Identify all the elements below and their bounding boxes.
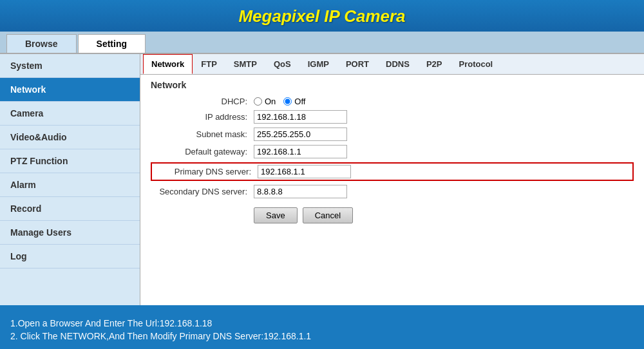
subnet-value <box>254 127 347 141</box>
sub-tab-ftp[interactable]: FTP <box>193 54 225 74</box>
gateway-input[interactable] <box>254 145 347 158</box>
sidebar-item-manageusers[interactable]: Manage Users <box>0 221 140 245</box>
secondary-dns-row: Secondary DNS server: <box>151 185 634 198</box>
content-area: Network FTP SMTP QoS IGMP PORT DDNS P2P … <box>140 54 644 305</box>
subnet-row: Subnet mask: <box>151 127 634 141</box>
footer-line-1: 1.Open a Browser And Enter The Url:192.1… <box>10 318 634 328</box>
gateway-value <box>254 145 347 158</box>
gateway-label: Default gateway: <box>151 147 254 156</box>
sub-tab-ddns[interactable]: DDNS <box>377 54 418 74</box>
dhcp-on-label: On <box>265 97 276 106</box>
primary-dns-label: Primary DNS server: <box>155 167 258 176</box>
dhcp-off-option[interactable]: Off <box>283 97 305 106</box>
sub-tab-network[interactable]: Network <box>143 54 193 74</box>
secondary-dns-input[interactable] <box>254 185 347 198</box>
dhcp-row: DHCP: On Off <box>151 97 634 106</box>
page-title: Megapixel IP Camera <box>0 6 644 26</box>
sub-tab-p2p[interactable]: P2P <box>418 54 451 74</box>
sub-tab-qos[interactable]: QoS <box>265 54 299 74</box>
dhcp-off-label: Off <box>294 97 305 106</box>
tab-browse[interactable]: Browse <box>6 34 77 53</box>
section-title: Network <box>151 80 634 90</box>
sidebar: System Network Camera Video&Audio PTZ Fu… <box>0 54 140 305</box>
footer-line-2: 2. Click The NETWORK,And Then Modify Pri… <box>10 331 634 341</box>
ip-label: IP address: <box>151 112 254 122</box>
cancel-button[interactable]: Cancel <box>303 207 353 223</box>
content-inner: Network DHCP: On Off IP address: <box>140 75 644 229</box>
sidebar-item-alarm[interactable]: Alarm <box>0 173 140 197</box>
sub-tab-bar: Network FTP SMTP QoS IGMP PORT DDNS P2P … <box>140 54 644 75</box>
dhcp-options: On Off <box>254 97 305 106</box>
sidebar-item-camera[interactable]: Camera <box>0 102 140 126</box>
ip-row: IP address: <box>151 110 634 124</box>
sub-tab-smtp[interactable]: SMTP <box>225 54 265 74</box>
sidebar-item-record[interactable]: Record <box>0 197 140 221</box>
ip-input[interactable] <box>254 110 347 124</box>
sidebar-item-videoaudio[interactable]: Video&Audio <box>0 126 140 149</box>
dhcp-on-option[interactable]: On <box>254 97 276 106</box>
sub-tab-port[interactable]: PORT <box>337 54 377 74</box>
sidebar-item-system[interactable]: System <box>0 54 140 78</box>
sidebar-item-ptz[interactable]: PTZ Function <box>0 149 140 173</box>
primary-dns-row: Primary DNS server: <box>151 162 634 181</box>
primary-dns-value <box>258 165 351 178</box>
secondary-dns-value <box>254 185 347 198</box>
subnet-input[interactable] <box>254 127 347 141</box>
sidebar-item-network[interactable]: Network <box>0 78 140 102</box>
sub-tab-protocol[interactable]: Protocol <box>451 54 502 74</box>
subnet-label: Subnet mask: <box>151 129 254 139</box>
tab-setting[interactable]: Setting <box>78 34 146 53</box>
page-header: Megapixel IP Camera <box>0 0 644 32</box>
sub-tab-igmp[interactable]: IGMP <box>299 54 337 74</box>
main-layout: System Network Camera Video&Audio PTZ Fu… <box>0 54 644 305</box>
secondary-dns-label: Secondary DNS server: <box>151 187 254 196</box>
dhcp-off-radio[interactable] <box>283 97 292 106</box>
main-tab-bar: Browse Setting <box>0 32 644 54</box>
footer: 1.Open a Browser And Enter The Url:192.1… <box>0 305 644 349</box>
button-row: Save Cancel <box>151 207 634 223</box>
primary-dns-input[interactable] <box>258 165 351 178</box>
save-button[interactable]: Save <box>254 207 298 223</box>
sidebar-item-log[interactable]: Log <box>0 245 140 269</box>
ip-value <box>254 110 347 124</box>
gateway-row: Default gateway: <box>151 145 634 158</box>
dhcp-label: DHCP: <box>151 97 254 106</box>
dhcp-on-radio[interactable] <box>254 97 262 106</box>
